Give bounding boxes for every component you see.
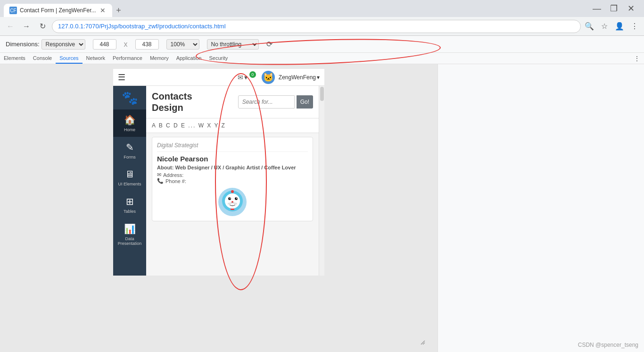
devtools-tab-console[interactable]: Console — [29, 53, 56, 64]
contact-role: Digital Strategist — [157, 142, 308, 152]
height-input[interactable]: 438 — [135, 39, 159, 50]
search-button[interactable]: Go! — [297, 95, 313, 109]
tab-close-button[interactable]: ✕ — [99, 7, 107, 14]
devtools-tab-memory[interactable]: Memory — [146, 53, 173, 64]
sidebar-item-home[interactable]: 🏠 Home — [113, 109, 146, 137]
app-header: ☰ ✉ ▾ 0 🐱 ZengWenFeng ▾ — [113, 69, 324, 86]
mail-button[interactable]: ✉ ▾ — [238, 74, 248, 81]
search-input[interactable] — [238, 95, 295, 109]
new-tab-button[interactable]: + — [112, 4, 125, 17]
phone-label: Phone #: — [165, 178, 186, 184]
watermark: CSDN @spencer_tseng — [578, 342, 638, 348]
username-text: ZengWenFeng — [279, 74, 316, 81]
hamburger-menu[interactable]: ☰ — [118, 72, 125, 83]
avatar-svg — [218, 188, 247, 216]
sidebar-logo: 🐾 — [113, 86, 146, 109]
menu-icon[interactable]: ⋮ — [629, 21, 640, 32]
sidebar-item-forms[interactable]: ✎ Forms — [113, 137, 146, 164]
dimension-separator: x — [124, 40, 128, 49]
width-input[interactable]: 448 — [93, 39, 116, 50]
dimensions-dropdown[interactable]: Responsive — [41, 39, 85, 50]
tab-title: Contact Form | ZengWenFer... — [20, 7, 96, 14]
contact-about: About: Web Designer / UX / Graphic Artis… — [157, 165, 308, 170]
profile-icon[interactable]: 👤 — [614, 21, 625, 32]
devtools-tab-sources[interactable]: Sources — [56, 53, 82, 64]
dimensions-selector: Dimensions: Responsive — [6, 39, 85, 50]
svg-point-6 — [230, 198, 231, 199]
header-right: ✉ ▾ 0 🐱 ZengWenFeng ▾ — [238, 71, 320, 84]
rotate-icon[interactable]: ⟳ — [266, 40, 272, 49]
maximize-button[interactable]: ❐ — [608, 3, 619, 14]
data-presentation-icon: 📊 — [124, 223, 136, 235]
sidebar-item-data-presentation[interactable]: 📊 Data Presentation — [113, 218, 146, 251]
logo-icon: 🐾 — [122, 90, 138, 106]
close-button[interactable]: ✕ — [625, 3, 636, 14]
main-content: Contacts Design Go! A B C D E ... W X Y … — [146, 86, 319, 276]
url-bar[interactable]: 127.0.0.1:7070/PrjJsp/bootstrap_zwf/prod… — [52, 20, 581, 33]
app-body: 🐾 🏠 Home ✎ Forms 🖥 UI Elements — [113, 86, 324, 276]
forms-icon: ✎ — [126, 142, 134, 153]
reload-button[interactable]: ↻ — [36, 20, 49, 33]
forms-label: Forms — [124, 155, 136, 159]
devtools-tab-performance[interactable]: Performance — [109, 53, 146, 64]
devtools-tab-security[interactable]: Security — [205, 53, 231, 64]
window-controls: — ❐ ✕ — [591, 3, 640, 14]
contact-name: Nicole Pearson — [157, 155, 308, 163]
tables-label: Tables — [124, 209, 136, 214]
throttle-dropdown[interactable]: No throttling — [207, 39, 259, 50]
user-avatar: 🐱 — [262, 71, 275, 84]
alphabet-bar: A B C D E ... W X Y Z — [146, 118, 319, 133]
svg-point-5 — [235, 197, 238, 200]
browser-actions: 🔍 ☆ 👤 ⋮ — [584, 21, 640, 32]
address-bar: ← → ↻ 127.0.0.1:7070/PrjJsp/bootstrap_zw… — [0, 17, 644, 36]
scrollbar-thumb[interactable] — [320, 87, 324, 101]
dropdown-arrow: ▾ — [244, 74, 248, 81]
url-text: 127.0.0.1:7070/PrjJsp/bootstrap_zwf/prod… — [58, 23, 226, 30]
active-tab[interactable]: CF Contact Form | ZengWenFer... ✕ — [4, 4, 112, 17]
preview-container: ☰ ✉ ▾ 0 🐱 ZengWenFeng ▾ — [0, 64, 438, 352]
devtools-more[interactable]: ⋮ — [634, 55, 644, 62]
contact-address: ✉ Address: — [157, 172, 308, 178]
tab-strip: CF Contact Form | ZengWenFer... ✕ + — [4, 0, 591, 17]
preview-frame: ☰ ✉ ▾ 0 🐱 ZengWenFeng ▾ — [113, 69, 324, 276]
svg-point-4 — [228, 197, 231, 200]
devtools-tab-elements[interactable]: Elements — [0, 53, 29, 64]
tab-favicon: CF — [9, 7, 17, 14]
ui-elements-icon: 🖥 — [125, 169, 134, 180]
home-icon: 🏠 — [124, 114, 136, 126]
username[interactable]: ZengWenFeng ▾ — [279, 74, 320, 81]
devtools-bar: Dimensions: Responsive 448 x 438 100% No… — [0, 36, 644, 53]
address-label: Address: — [163, 172, 183, 178]
zoom-dropdown[interactable]: 100% — [166, 39, 199, 50]
minimize-button[interactable]: — — [591, 3, 603, 14]
sidebar-item-ui-elements[interactable]: 🖥 UI Elements — [113, 164, 146, 191]
home-label: Home — [124, 127, 135, 132]
devtools-tabs: Elements Console Sources Network Perform… — [0, 53, 634, 64]
resize-handle[interactable] — [418, 338, 428, 347]
contacts-list: Digital Strategist Nicole Pearson About:… — [146, 133, 319, 276]
ui-elements-label: UI Elements — [118, 182, 141, 186]
scrollbar-area — [319, 86, 324, 276]
sidebar: 🐾 🏠 Home ✎ Forms 🖥 UI Elements — [113, 86, 146, 276]
dimensions-label: Dimensions: — [6, 41, 40, 48]
page-title-line2: Design — [152, 102, 192, 113]
page-title: Contacts Design — [152, 91, 192, 113]
forward-button[interactable]: → — [20, 20, 33, 33]
devtools-tab-network[interactable]: Network — [83, 53, 109, 64]
notification-badge: 0 — [249, 71, 256, 78]
data-presentation-label: Data Presentation — [115, 236, 144, 246]
bookmark-icon[interactable]: ☆ — [599, 21, 610, 32]
contact-phone: 📞 Phone #: — [157, 178, 308, 184]
svg-point-7 — [236, 198, 237, 199]
sidebar-item-tables[interactable]: ⊞ Tables — [113, 191, 146, 218]
address-icon: ✉ — [157, 172, 161, 178]
back-button[interactable]: ← — [4, 20, 17, 33]
title-bar: CF Contact Form | ZengWenFer... ✕ + — ❐ … — [0, 0, 644, 17]
search-icon[interactable]: 🔍 — [584, 21, 595, 32]
devtools-tab-application[interactable]: Application — [173, 53, 206, 64]
user-dropdown-arrow: ▾ — [317, 74, 320, 81]
svg-rect-13 — [231, 209, 234, 210]
about-label: About: — [157, 165, 173, 170]
resize-icon — [420, 340, 426, 345]
devtools-inspector — [438, 64, 644, 352]
